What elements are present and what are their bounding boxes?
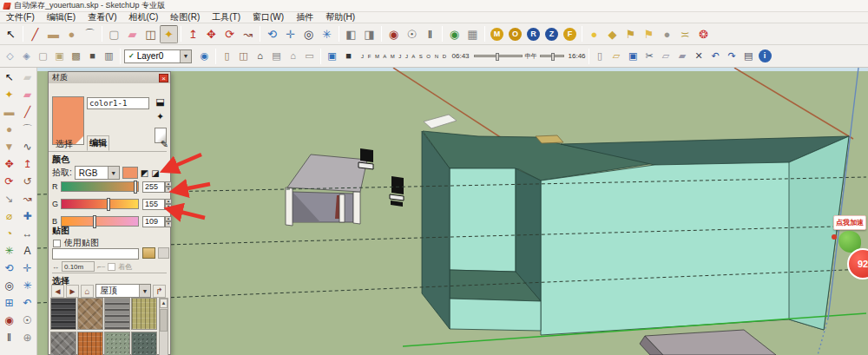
close-button[interactable]: × (159, 74, 168, 82)
badge-o-button[interactable]: O (506, 25, 524, 43)
table-leg[interactable] (339, 194, 345, 222)
freehand-tool[interactable]: ∿ (18, 138, 36, 155)
make-component-tool[interactable]: ◫ (141, 25, 160, 43)
zoom-tool[interactable]: ◎ (0, 277, 18, 294)
push-pull-tool[interactable]: ↥ (184, 25, 202, 43)
r-slider-handle[interactable] (134, 181, 137, 194)
b-slider-handle[interactable] (93, 215, 96, 228)
zoom-tool[interactable]: ◎ (299, 25, 318, 43)
spinner-arrow-icon[interactable]: ▼ (165, 221, 172, 227)
line-tool[interactable]: ╱ (26, 25, 44, 43)
table-leg[interactable] (286, 187, 293, 226)
gray-box-top-face[interactable] (645, 330, 776, 355)
texture-file-input[interactable] (52, 248, 139, 260)
b-value-input[interactable]: 109▲▼ (142, 216, 165, 227)
walk-tool[interactable]: ‖ (421, 25, 439, 43)
monochrome-style-button[interactable]: ■ (84, 48, 101, 64)
match-screen-color-icon[interactable]: ◩ (141, 168, 148, 178)
shadow-time-slider[interactable] (474, 55, 523, 57)
paint-bucket-tool[interactable]: ✦ (160, 25, 178, 43)
component-window-button[interactable]: ▤ (268, 48, 285, 64)
use-texture-checkbox[interactable] (53, 240, 61, 247)
red-guide-line[interactable] (734, 68, 853, 139)
scrollbar-thumb[interactable] (160, 309, 168, 332)
r-spinner[interactable]: ▲▼ (165, 181, 172, 193)
material-swatch-slate-gray[interactable] (50, 332, 76, 355)
intersect-tool[interactable]: ≍ (676, 25, 694, 43)
save-button[interactable]: ▣ (625, 48, 641, 64)
eraser-tool[interactable]: ▰ (18, 86, 36, 103)
rotate-tool[interactable]: ⟳ (220, 25, 239, 43)
spinner-arrow-icon[interactable]: ▼ (165, 204, 172, 210)
badge-r-button[interactable]: R (524, 25, 542, 43)
r-value-input[interactable]: 255▲▼ (142, 181, 165, 193)
globe-gray-tool[interactable]: ● (658, 25, 676, 43)
promo-badge[interactable]: 点我加速 (833, 215, 866, 230)
shadow-months-strip[interactable]: J F M A M J J A S O N D (361, 54, 448, 59)
chevron-down-icon[interactable]: ▼ (180, 50, 191, 62)
arc-tool[interactable]: ⌒ (81, 25, 99, 43)
g-spinner[interactable]: ▲▼ (165, 199, 172, 210)
cut-button[interactable]: ✂ (641, 48, 658, 64)
sandbox-tool[interactable]: ◆ (603, 25, 621, 43)
toggle-secondary-pane-icon[interactable]: ⬓ (153, 96, 168, 108)
materials-dialog[interactable]: 材质 × color1-1 ⬓ ✦ 选择 编辑 ✎ 颜色 拾取: RGB ▼ ◩… (48, 71, 171, 355)
delete-button[interactable]: ✕ (691, 48, 707, 64)
redo-button[interactable]: ↷ (724, 48, 740, 64)
pan-tool[interactable]: ✛ (281, 25, 299, 43)
model-table[interactable] (286, 154, 367, 226)
model-chair[interactable] (390, 176, 404, 207)
move-tool[interactable]: ✥ (202, 25, 220, 43)
shadow-slider-handle[interactable] (496, 53, 499, 61)
badge-f-button[interactable]: F (561, 25, 579, 43)
undo-button[interactable]: ↶ (707, 48, 724, 64)
circle-tool[interactable]: ● (62, 25, 81, 43)
layer-manager-button[interactable]: ◉ (196, 48, 213, 64)
g-slider-handle[interactable] (107, 198, 110, 211)
move-tool[interactable]: ✥ (0, 155, 18, 173)
back-arrow-icon[interactable]: ◄ (51, 285, 64, 298)
protractor-tool[interactable]: ◔ (0, 225, 18, 242)
offset-tool[interactable]: ↺ (18, 173, 36, 190)
section-plane-tool[interactable]: ⊕ (18, 329, 36, 346)
textured-cube-button[interactable]: ▣ (324, 48, 340, 64)
eraser-white-tool[interactable]: ▰ (18, 69, 36, 86)
scroll-up-icon[interactable]: ▲ (160, 299, 168, 308)
detail-arrow-icon[interactable]: ↱ (153, 285, 166, 298)
menu-item-4[interactable]: 绘图(R) (164, 11, 206, 23)
table-top-face[interactable] (287, 154, 367, 192)
paint-bucket-tool[interactable]: ✦ (0, 86, 18, 103)
orbit-tool[interactable]: ⟲ (263, 25, 281, 43)
position-camera-tool[interactable]: ◉ (385, 25, 403, 43)
walk-tool[interactable]: ‖ (0, 329, 18, 346)
axes-tool[interactable]: ✚ (18, 207, 36, 225)
back-edges-style-button[interactable]: ▥ (101, 48, 117, 64)
collection-dropdown[interactable]: 屋顶 ▼ (95, 284, 151, 298)
r-slider[interactable] (61, 181, 139, 192)
next-view-button[interactable]: ◨ (360, 25, 378, 43)
sphere-tool[interactable]: ● (585, 25, 603, 43)
model-chair[interactable] (358, 148, 373, 169)
materials-dialog-titlebar[interactable]: 材质 × (49, 72, 170, 83)
menu-item-5[interactable]: 工具(T) (206, 11, 247, 23)
b-spinner[interactable]: ▲▼ (165, 216, 172, 227)
promo-overlay[interactable]: 点我加速 92 (828, 215, 868, 319)
material-name-input[interactable]: color1-1 (87, 97, 149, 109)
badge-m-button[interactable]: M (488, 25, 506, 43)
flag-a-tool[interactable]: ⚑ (621, 25, 640, 43)
home-icon[interactable]: ⌂ (81, 285, 94, 298)
material-swatch-thatch-yellow[interactable] (131, 298, 157, 330)
forward-arrow-icon[interactable]: ► (66, 285, 79, 298)
create-material-icon[interactable]: ✦ (153, 111, 168, 122)
orbit-tool[interactable]: ⟲ (0, 260, 18, 277)
component-house-button[interactable]: ⌂ (285, 48, 301, 64)
arc-tool[interactable]: ⌒ (18, 121, 36, 138)
shadow-date-slider[interactable] (540, 55, 564, 57)
alcove-back-wall-face[interactable] (450, 168, 516, 272)
scale-tool[interactable]: ↘ (0, 190, 18, 207)
text-tool[interactable]: A (18, 242, 36, 260)
select-tool[interactable]: ↖ (0, 69, 18, 86)
polygon-tool[interactable]: ▼ (0, 138, 18, 155)
flag-b-tool[interactable]: ⚑ (640, 25, 658, 43)
push-pull-tool[interactable]: ↥ (18, 155, 36, 173)
